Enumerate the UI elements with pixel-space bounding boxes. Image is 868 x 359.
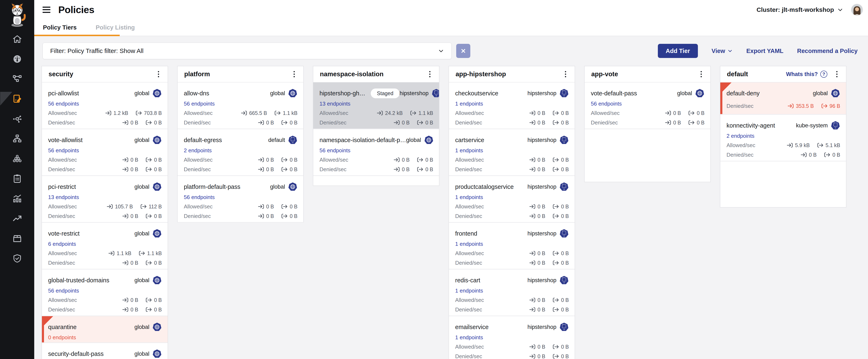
endpoints-link[interactable]: 56 endpoints <box>48 287 79 294</box>
endpoints-link[interactable]: 56 endpoints <box>319 147 350 154</box>
stat-row: Denied/sec0 B0 B <box>184 211 298 221</box>
endpoints-link[interactable]: 56 endpoints <box>184 194 215 200</box>
tier-menu-button[interactable] <box>697 70 705 79</box>
ingress-icon <box>529 119 535 126</box>
policy-card-default-egress[interactable]: default-egressdefaultns2 endpointsAllowe… <box>178 129 303 176</box>
tier-menu-button[interactable] <box>561 70 570 79</box>
endpoints-link[interactable]: 13 endpoints <box>319 101 350 107</box>
brand-cat-logo[interactable] <box>5 2 30 29</box>
endpoints-link[interactable]: 56 endpoints <box>184 101 215 107</box>
policy-card-productcatalogservice[interactable]: productcatalogservicehipstershopns1 endp… <box>449 176 575 223</box>
sidebar-item-service-graph[interactable] <box>12 74 22 84</box>
tier-menu-button[interactable] <box>290 70 298 79</box>
policy-card-pci-restrict[interactable]: pci-restrictglobal13 endpointsAllowed/se… <box>42 176 167 223</box>
egress-icon <box>281 166 287 172</box>
ingress-icon <box>529 110 535 116</box>
policy-card-emailservice[interactable]: emailservicehipstershopns1 endpointsAllo… <box>449 316 575 359</box>
ingress-value: 0 B <box>258 157 274 163</box>
policy-card-platform-default-pass[interactable]: platform-default-passglobal56 endpointsA… <box>178 176 303 223</box>
policy-name: vote-restrict <box>48 230 80 237</box>
egress-icon <box>146 119 152 126</box>
policy-card-cartservice[interactable]: cartservicehipstershopns1 endpointsAllow… <box>449 129 575 176</box>
stat-label: Allowed/sec <box>726 142 755 148</box>
endpoints-link[interactable]: 1 endpoints <box>455 147 483 154</box>
user-avatar[interactable] <box>851 4 863 16</box>
policy-traffic-filter-select[interactable]: Filter: Policy Traffic filter: Show All <box>42 43 452 59</box>
endpoints-link[interactable]: 6 endpoints <box>48 241 76 247</box>
ingress-value: 0 B <box>529 119 546 126</box>
policy-card-allow-dns[interactable]: allow-dnsglobal56 endpointsAllowed/sec66… <box>178 82 303 129</box>
policy-name: cartservice <box>455 137 484 143</box>
ingress-value: 353.5 B <box>787 103 814 109</box>
stat-label: Allowed/sec <box>48 250 77 256</box>
policy-card-checkoutservice[interactable]: checkoutservicehipstershopns1 endpointsA… <box>449 82 575 129</box>
clear-filter-button[interactable]: ✕ <box>456 44 470 58</box>
sidebar-item-workloads[interactable] <box>12 154 22 164</box>
tier-menu-button[interactable] <box>154 70 163 79</box>
export-yaml-button[interactable]: Export YAML <box>746 48 783 54</box>
recommend-policy-button[interactable]: Recommend a Policy <box>797 48 858 54</box>
sidebar-item-home[interactable] <box>12 34 22 44</box>
sidebar-item-reports[interactable] <box>12 194 22 203</box>
stat-row: Allowed/sec0 B0 B <box>184 155 298 165</box>
egress-icon <box>553 343 559 350</box>
endpoints-link[interactable]: 1 endpoints <box>455 101 483 107</box>
view-dropdown[interactable]: View <box>712 48 733 54</box>
egress-icon <box>553 157 559 163</box>
policy-scope: default <box>268 137 285 143</box>
policy-card-quarantine[interactable]: quarantineglobal0 endpoints <box>42 316 167 343</box>
tier-help-link[interactable]: Whats this?? <box>786 71 827 78</box>
tab-policy-tiers[interactable]: Policy Tiers <box>43 24 76 31</box>
endpoints-link[interactable]: 1 endpoints <box>455 334 483 341</box>
tab-policy-listing[interactable]: Policy Listing <box>96 24 135 31</box>
policy-card-security-default-pass[interactable]: security-default-passglobal <box>42 343 167 359</box>
hamburger-menu-icon[interactable] <box>42 7 51 13</box>
sidebar-item-packages[interactable] <box>12 233 22 244</box>
policy-card-redis-cart[interactable]: redis-carthipstershopns1 endpointsAllowe… <box>449 270 575 316</box>
policy-card-pci-allowlist[interactable]: pci-allowlistglobal56 endpointsAllowed/s… <box>42 82 167 129</box>
add-tier-button[interactable]: Add Tier <box>658 44 698 58</box>
endpoints-link[interactable]: 2 endpoints <box>184 147 212 154</box>
endpoints-link[interactable]: 56 endpoints <box>48 101 79 107</box>
policy-name: hipstershop-gh… <box>319 90 365 97</box>
endpoints-link[interactable]: 56 endpoints <box>48 147 79 154</box>
policy-scope: hipstershop <box>400 90 429 96</box>
policy-card-konnectivity-agent[interactable]: konnectivity-agentkube-systemns2 endpoin… <box>720 115 846 161</box>
alert-corner-flag <box>720 82 732 94</box>
endpoints-link[interactable]: 13 endpoints <box>48 194 79 200</box>
policy-card-vote-allowlist[interactable]: vote-allowlistglobal56 endpointsAllowed/… <box>42 129 167 176</box>
endpoints-link[interactable]: 1 endpoints <box>455 194 483 200</box>
sidebar-item-threat-defense[interactable] <box>12 253 22 264</box>
filter-actions: Add Tier View Export YAML Recommend a Po… <box>658 44 858 58</box>
policy-card-vote-restrict[interactable]: vote-restrictglobal6 endpointsAllowed/se… <box>42 223 167 270</box>
stat-label: Denied/sec <box>184 166 211 173</box>
policy-card-default-deny[interactable]: default-denyglobalDenied/sec353.5 B96 B <box>720 82 846 115</box>
policy-name: default-egress <box>184 137 222 143</box>
egress-icon <box>281 119 287 126</box>
tier-menu-button[interactable] <box>426 70 434 79</box>
endpoints-link[interactable]: 1 endpoints <box>455 287 483 294</box>
chevron-down-icon[interactable] <box>837 7 843 13</box>
endpoints-link[interactable]: 56 endpoints <box>591 101 622 107</box>
endpoints-link[interactable]: 2 endpoints <box>726 133 754 139</box>
policy-card-namespace-isolation-default-p[interactable]: namespace-isolation-default-p…global56 e… <box>313 129 439 176</box>
tier-menu-button[interactable] <box>833 70 841 79</box>
policy-card-global-trusted-domains[interactable]: global-trusted-domainsglobal56 endpoints… <box>42 270 167 316</box>
sidebar-item-compliance[interactable] <box>12 174 22 184</box>
sidebar-item-policies[interactable] <box>12 94 22 104</box>
cluster-selector[interactable]: Cluster: jlt-msft-workshop <box>756 6 834 13</box>
endpoints-link[interactable]: 1 endpoints <box>455 241 483 247</box>
policy-card-frontend[interactable]: frontendhipstershopns1 endpointsAllowed/… <box>449 223 575 270</box>
sidebar-item-connections[interactable] <box>12 114 22 124</box>
egress-value: 0 B <box>417 166 433 172</box>
ingress-icon <box>108 250 115 256</box>
endpoints-link[interactable]: 0 endpoints <box>48 334 76 341</box>
sidebar-item-topology[interactable] <box>12 134 22 144</box>
sidebar-item-trends[interactable] <box>12 214 22 224</box>
policy-scope: global <box>813 90 828 96</box>
page-title: Policies <box>58 4 94 16</box>
policy-card-hipstershop-gh[interactable]: hipstershop-gh…Stagedhipstershopns13 end… <box>313 82 439 129</box>
egress-icon <box>275 110 281 116</box>
sidebar-item-dashboard[interactable] <box>12 54 22 64</box>
policy-card-vote-default-pass[interactable]: vote-default-passglobal56 endpointsAllow… <box>585 82 710 129</box>
